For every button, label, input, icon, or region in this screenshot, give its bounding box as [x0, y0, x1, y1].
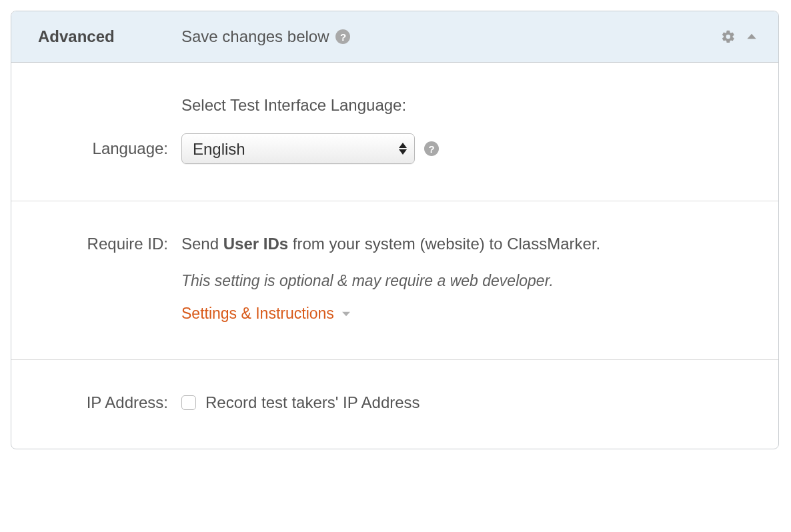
require-id-section: Require ID: Send User IDs from your syst… — [11, 201, 778, 360]
language-label: Language: — [38, 139, 181, 158]
require-id-text-after: from your system (website) to ClassMarke… — [288, 235, 600, 253]
require-id-note: This setting is optional & may require a… — [181, 272, 554, 290]
require-id-text-before: Send — [181, 235, 223, 253]
settings-instructions-label: Settings & Instructions — [181, 305, 334, 323]
ip-address-label: IP Address: — [38, 393, 181, 412]
panel-subtitle-wrap: Save changes below ? — [181, 27, 350, 46]
panel-header: Advanced Save changes below ? — [11, 11, 778, 63]
panel-title: Advanced — [38, 27, 181, 46]
header-actions — [721, 29, 758, 44]
language-section: Select Test Interface Language: Language… — [11, 63, 778, 201]
chevron-down-icon — [341, 309, 351, 319]
collapse-up-icon[interactable] — [745, 30, 758, 43]
panel-subtitle: Save changes below — [181, 27, 329, 46]
empty-label — [38, 313, 181, 314]
require-id-text-bold: User IDs — [223, 235, 288, 253]
require-id-label: Require ID: — [38, 235, 181, 253]
help-icon[interactable]: ? — [335, 29, 350, 44]
ip-address-section: IP Address: Record test takers' IP Addre… — [11, 360, 778, 449]
advanced-panel: Advanced Save changes below ? Select Tes… — [11, 11, 779, 449]
language-select-wrap: English — [181, 133, 415, 164]
record-ip-label: Record test takers' IP Address — [205, 393, 420, 412]
empty-label — [38, 281, 181, 281]
require-id-text: Send User IDs from your system (website)… — [181, 235, 600, 253]
record-ip-checkbox[interactable] — [181, 395, 196, 410]
help-icon[interactable]: ? — [424, 141, 439, 156]
gear-icon[interactable] — [721, 29, 736, 44]
empty-label — [38, 105, 181, 106]
language-heading: Select Test Interface Language: — [181, 96, 406, 115]
settings-instructions-link[interactable]: Settings & Instructions — [181, 305, 351, 323]
language-select[interactable]: English — [181, 133, 415, 164]
